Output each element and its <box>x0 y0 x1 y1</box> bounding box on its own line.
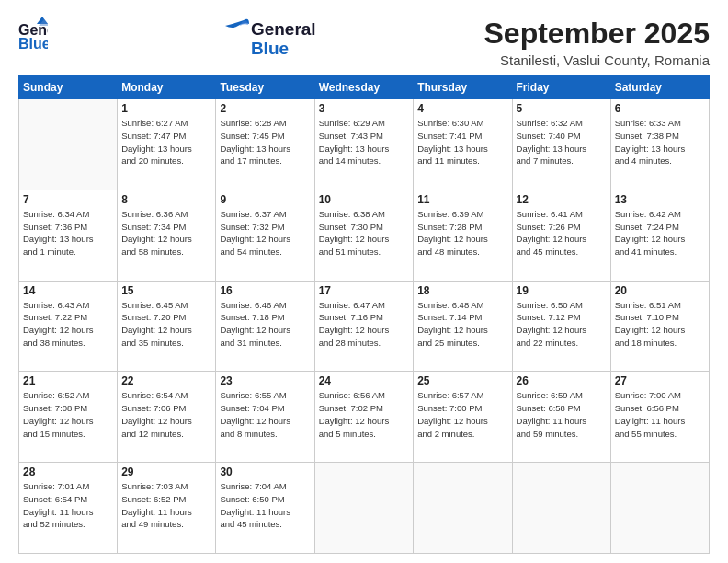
day-number: 16 <box>220 284 310 297</box>
day-info: Sunrise: 6:50 AM Sunset: 7:12 PM Dayligh… <box>517 299 607 350</box>
day-info: Sunrise: 6:51 AM Sunset: 7:10 PM Dayligh… <box>615 299 705 350</box>
day-number: 9 <box>220 193 310 206</box>
calendar-day-cell: 21Sunrise: 6:52 AM Sunset: 7:08 PM Dayli… <box>19 372 118 463</box>
calendar-day-cell: 24Sunrise: 6:56 AM Sunset: 7:02 PM Dayli… <box>314 372 414 463</box>
day-info: Sunrise: 6:28 AM Sunset: 7:45 PM Dayligh… <box>220 117 310 167</box>
day-number: 30 <box>220 465 310 478</box>
day-info: Sunrise: 6:29 AM Sunset: 7:43 PM Dayligh… <box>319 117 410 167</box>
day-number: 5 <box>517 102 607 115</box>
logo-blue: Blue <box>251 39 289 59</box>
day-number: 4 <box>417 102 507 115</box>
day-info: Sunrise: 6:30 AM Sunset: 7:41 PM Dayligh… <box>417 117 507 167</box>
day-number: 26 <box>517 374 607 387</box>
calendar-day-cell: 1Sunrise: 6:27 AM Sunset: 7:47 PM Daylig… <box>118 99 216 190</box>
calendar-week-row: 28Sunrise: 7:01 AM Sunset: 6:54 PM Dayli… <box>19 463 710 554</box>
day-info: Sunrise: 6:45 AM Sunset: 7:20 PM Dayligh… <box>121 299 211 350</box>
day-number: 7 <box>23 193 113 206</box>
calendar-week-row: 1Sunrise: 6:27 AM Sunset: 7:47 PM Daylig… <box>19 99 710 190</box>
calendar-day-cell <box>19 99 118 190</box>
calendar-day-cell: 2Sunrise: 6:28 AM Sunset: 7:45 PM Daylig… <box>216 99 314 190</box>
day-number: 21 <box>23 374 113 387</box>
calendar-day-cell <box>610 463 709 554</box>
header-wednesday: Wednesday <box>314 76 414 99</box>
day-info: Sunrise: 6:47 AM Sunset: 7:16 PM Dayligh… <box>319 299 410 350</box>
calendar-day-cell: 20Sunrise: 6:51 AM Sunset: 7:10 PM Dayli… <box>610 281 709 372</box>
logo-icon: General Blue <box>18 17 48 53</box>
calendar-week-row: 7Sunrise: 6:34 AM Sunset: 7:36 PM Daylig… <box>19 190 710 281</box>
header-thursday: Thursday <box>414 76 512 99</box>
day-number: 28 <box>23 465 113 478</box>
day-number: 19 <box>517 284 607 297</box>
month-title: September 2025 <box>484 17 710 51</box>
day-number: 14 <box>23 284 113 297</box>
day-number: 18 <box>417 284 507 297</box>
calendar-header-row: Sunday Monday Tuesday Wednesday Thursday… <box>19 76 710 99</box>
day-info: Sunrise: 7:03 AM Sunset: 6:52 PM Dayligh… <box>121 480 211 531</box>
calendar-day-cell <box>314 463 414 554</box>
day-number: 27 <box>615 374 705 387</box>
day-number: 10 <box>319 193 410 206</box>
day-info: Sunrise: 6:42 AM Sunset: 7:24 PM Dayligh… <box>615 208 705 259</box>
day-info: Sunrise: 6:57 AM Sunset: 7:00 PM Dayligh… <box>417 389 507 440</box>
day-number: 24 <box>319 374 410 387</box>
header: General Blue General Blue September 2025… <box>18 17 710 68</box>
calendar-day-cell: 4Sunrise: 6:30 AM Sunset: 7:41 PM Daylig… <box>414 99 512 190</box>
day-info: Sunrise: 6:34 AM Sunset: 7:36 PM Dayligh… <box>23 208 113 259</box>
calendar-table: Sunday Monday Tuesday Wednesday Thursday… <box>18 75 710 554</box>
day-number: 13 <box>615 193 705 206</box>
calendar-day-cell: 22Sunrise: 6:54 AM Sunset: 7:06 PM Dayli… <box>118 372 216 463</box>
day-number: 22 <box>121 374 211 387</box>
header-tuesday: Tuesday <box>216 76 314 99</box>
day-info: Sunrise: 6:39 AM Sunset: 7:28 PM Dayligh… <box>417 208 507 259</box>
logo-block: General Blue <box>216 17 316 59</box>
calendar-week-row: 14Sunrise: 6:43 AM Sunset: 7:22 PM Dayli… <box>19 281 710 372</box>
calendar-day-cell: 26Sunrise: 6:59 AM Sunset: 6:58 PM Dayli… <box>512 372 610 463</box>
day-info: Sunrise: 7:04 AM Sunset: 6:50 PM Dayligh… <box>220 480 310 531</box>
calendar-day-cell <box>414 463 512 554</box>
day-info: Sunrise: 6:41 AM Sunset: 7:26 PM Dayligh… <box>517 208 607 259</box>
day-number: 20 <box>615 284 705 297</box>
logo-general: General <box>251 19 316 40</box>
logo-bird-icon <box>216 17 249 42</box>
calendar-day-cell: 17Sunrise: 6:47 AM Sunset: 7:16 PM Dayli… <box>314 281 414 372</box>
day-info: Sunrise: 6:55 AM Sunset: 7:04 PM Dayligh… <box>220 389 310 440</box>
day-number: 1 <box>121 102 211 115</box>
day-number: 17 <box>319 284 410 297</box>
day-number: 12 <box>517 193 607 206</box>
header-saturday: Saturday <box>610 76 709 99</box>
calendar-day-cell: 29Sunrise: 7:03 AM Sunset: 6:52 PM Dayli… <box>118 463 216 554</box>
day-info: Sunrise: 6:48 AM Sunset: 7:14 PM Dayligh… <box>417 299 507 350</box>
calendar-day-cell: 9Sunrise: 6:37 AM Sunset: 7:32 PM Daylig… <box>216 190 314 281</box>
day-info: Sunrise: 6:33 AM Sunset: 7:38 PM Dayligh… <box>615 117 705 167</box>
calendar-day-cell: 23Sunrise: 6:55 AM Sunset: 7:04 PM Dayli… <box>216 372 314 463</box>
calendar-day-cell: 16Sunrise: 6:46 AM Sunset: 7:18 PM Dayli… <box>216 281 314 372</box>
calendar-day-cell: 30Sunrise: 7:04 AM Sunset: 6:50 PM Dayli… <box>216 463 314 554</box>
day-number: 2 <box>220 102 310 115</box>
title-block: September 2025 Stanilesti, Vaslui County… <box>484 17 710 68</box>
day-number: 6 <box>615 102 705 115</box>
svg-text:Blue: Blue <box>18 36 48 52</box>
day-info: Sunrise: 6:54 AM Sunset: 7:06 PM Dayligh… <box>121 389 211 440</box>
day-info: Sunrise: 6:56 AM Sunset: 7:02 PM Dayligh… <box>319 389 410 440</box>
calendar-day-cell: 14Sunrise: 6:43 AM Sunset: 7:22 PM Dayli… <box>19 281 118 372</box>
page: General Blue General Blue September 2025… <box>0 0 728 563</box>
calendar-day-cell: 11Sunrise: 6:39 AM Sunset: 7:28 PM Dayli… <box>414 190 512 281</box>
calendar-day-cell: 27Sunrise: 7:00 AM Sunset: 6:56 PM Dayli… <box>610 372 709 463</box>
calendar-day-cell: 6Sunrise: 6:33 AM Sunset: 7:38 PM Daylig… <box>610 99 709 190</box>
day-number: 25 <box>417 374 507 387</box>
calendar-day-cell: 19Sunrise: 6:50 AM Sunset: 7:12 PM Dayli… <box>512 281 610 372</box>
day-info: Sunrise: 7:01 AM Sunset: 6:54 PM Dayligh… <box>23 480 113 531</box>
calendar-day-cell: 3Sunrise: 6:29 AM Sunset: 7:43 PM Daylig… <box>314 99 414 190</box>
day-number: 3 <box>319 102 410 115</box>
calendar-day-cell: 8Sunrise: 6:36 AM Sunset: 7:34 PM Daylig… <box>118 190 216 281</box>
subtitle: Stanilesti, Vaslui County, Romania <box>484 52 710 68</box>
calendar-day-cell: 13Sunrise: 6:42 AM Sunset: 7:24 PM Dayli… <box>610 190 709 281</box>
logo: General Blue <box>18 17 48 53</box>
day-info: Sunrise: 6:52 AM Sunset: 7:08 PM Dayligh… <box>23 389 113 440</box>
day-info: Sunrise: 6:59 AM Sunset: 6:58 PM Dayligh… <box>517 389 607 440</box>
day-info: Sunrise: 6:27 AM Sunset: 7:47 PM Dayligh… <box>121 117 211 167</box>
day-info: Sunrise: 6:32 AM Sunset: 7:40 PM Dayligh… <box>517 117 607 167</box>
day-info: Sunrise: 6:46 AM Sunset: 7:18 PM Dayligh… <box>220 299 310 350</box>
day-number: 8 <box>121 193 211 206</box>
calendar-day-cell <box>512 463 610 554</box>
